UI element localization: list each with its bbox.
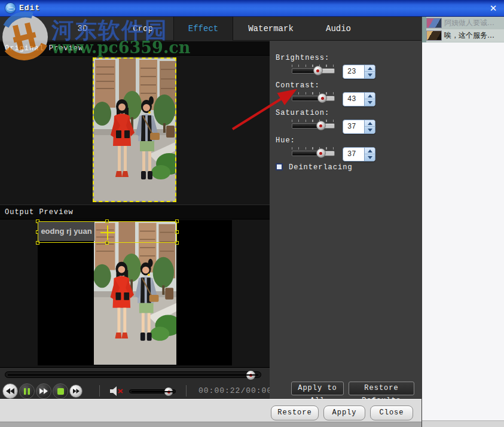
handle-top-right[interactable]	[175, 219, 179, 223]
slider-ticks	[292, 147, 335, 150]
restore-defaults-button[interactable]: Restore Defaults	[349, 382, 414, 395]
window-title: Edit	[19, 4, 40, 13]
deinterlacing-label: Deinterlacing	[289, 163, 353, 172]
seek-knob[interactable]	[246, 371, 255, 380]
tab-bar: 3D Crop Effect Watermark Audio	[0, 17, 421, 41]
hue-label: Hue:	[276, 136, 295, 145]
contrast-label: Contrast:	[276, 81, 320, 90]
deinterlacing-checkbox[interactable]	[276, 163, 283, 170]
hue-slider[interactable]	[292, 147, 335, 160]
hue-spinner[interactable]: 37	[343, 147, 375, 161]
stop-button[interactable]	[53, 383, 68, 399]
brightness-value[interactable]: 23	[347, 68, 356, 76]
close-icon[interactable]: ✕	[487, 2, 500, 14]
handle-bottom-left[interactable]	[36, 241, 39, 245]
handle-mid-right[interactable]	[175, 230, 179, 234]
crosshair-icon	[100, 225, 115, 240]
tab-audio[interactable]: Audio	[307, 17, 369, 41]
original-preview-header: Original Preview	[0, 41, 270, 56]
list-item[interactable]: 唉，这个服务…	[426, 29, 504, 42]
list-item[interactable]: 阿姨做人要诚…	[426, 17, 504, 29]
handle-top-center[interactable]	[105, 219, 109, 223]
original-video-frame[interactable]	[93, 57, 176, 202]
window-bottom-edge	[0, 422, 421, 427]
slider-ticks	[292, 65, 335, 67]
brightness-label: Brightness:	[276, 54, 329, 62]
spin-up-button[interactable]	[365, 65, 375, 72]
slider-ticks	[292, 120, 335, 122]
output-preview-area: eodng rj yuan	[0, 219, 270, 367]
output-canvas: eodng rj yuan	[38, 220, 232, 365]
contrast-knob[interactable]	[317, 93, 327, 103]
tab-effect[interactable]: Effect	[173, 17, 233, 41]
handle-bottom-right[interactable]	[175, 241, 179, 245]
tab-watermark[interactable]: Watermark	[234, 17, 307, 41]
original-preview-area	[0, 56, 270, 205]
fast-forward-button[interactable]	[36, 383, 51, 399]
list-item-label: 唉，这个服务…	[444, 30, 494, 41]
saturation-value[interactable]: 37	[347, 123, 356, 131]
brightness-knob[interactable]	[313, 66, 323, 75]
close-button[interactable]: Close	[370, 405, 413, 420]
hue-knob[interactable]	[316, 148, 326, 158]
effect-settings-panel: Brightness: 23 Contrast: 43 Satu	[270, 41, 421, 399]
seek-row	[0, 367, 270, 382]
app-globe-icon	[5, 3, 16, 13]
restore-all-button[interactable]: Restore All	[271, 405, 319, 420]
dialog-button-bar: Restore All Apply Close	[0, 399, 421, 422]
divider	[99, 385, 100, 396]
preview-panel: Original Preview Output Preview	[0, 41, 270, 367]
watermark-text[interactable]: eodng rj yuan	[38, 222, 94, 241]
contrast-slider[interactable]	[292, 92, 335, 105]
video-thumbnail	[426, 18, 442, 28]
saturation-label: Saturation:	[276, 109, 329, 117]
background-window-bottom	[422, 420, 504, 427]
video-thumbnail	[426, 30, 442, 41]
output-preview-header: Output Preview	[0, 205, 270, 219]
brightness-spinner[interactable]: 23	[343, 65, 375, 79]
spin-down-button[interactable]	[365, 154, 375, 161]
contrast-spinner[interactable]: 43	[343, 92, 375, 106]
title-bar: Edit ✕	[0, 0, 504, 17]
apply-button[interactable]: Apply	[323, 405, 365, 420]
saturation-knob[interactable]	[316, 121, 326, 130]
contrast-value[interactable]: 43	[347, 95, 356, 103]
spin-down-button[interactable]	[365, 99, 375, 106]
spin-up-button[interactable]	[365, 148, 375, 154]
divider	[186, 385, 187, 396]
hue-value[interactable]: 37	[347, 150, 356, 158]
spin-up-button[interactable]	[365, 120, 375, 127]
step-forward-button[interactable]	[69, 385, 83, 398]
background-playlist: 阿姨做人要诚… 唉，这个服务…	[422, 17, 504, 42]
spin-down-button[interactable]	[365, 127, 375, 133]
background-window: 阿姨做人要诚… 唉，这个服务…	[421, 17, 504, 427]
handle-bottom-center[interactable]	[105, 241, 109, 245]
screen: Edit ✕ 3D Crop Effect Watermark Audio Or…	[0, 0, 504, 427]
saturation-slider[interactable]	[292, 120, 335, 133]
transport-bar: 00:00:22/00:00:23	[0, 382, 270, 400]
rewind-button[interactable]	[2, 383, 18, 399]
apply-to-all-button[interactable]: Apply to All	[291, 382, 344, 395]
saturation-spinner[interactable]: 37	[343, 120, 375, 134]
tab-3d[interactable]: 3D	[53, 17, 112, 41]
mute-icon[interactable]	[110, 386, 124, 396]
pause-button[interactable]	[19, 383, 35, 399]
list-item-label: 阿姨做人要诚…	[444, 18, 494, 28]
volume-slider[interactable]	[129, 389, 176, 394]
spin-down-button[interactable]	[365, 72, 375, 78]
slider-ticks	[292, 92, 335, 94]
spin-up-button[interactable]	[365, 93, 375, 99]
tab-crop[interactable]: Crop	[112, 17, 173, 41]
seek-slider[interactable]	[5, 371, 261, 378]
volume-knob[interactable]	[164, 388, 173, 396]
brightness-slider[interactable]	[292, 65, 335, 78]
